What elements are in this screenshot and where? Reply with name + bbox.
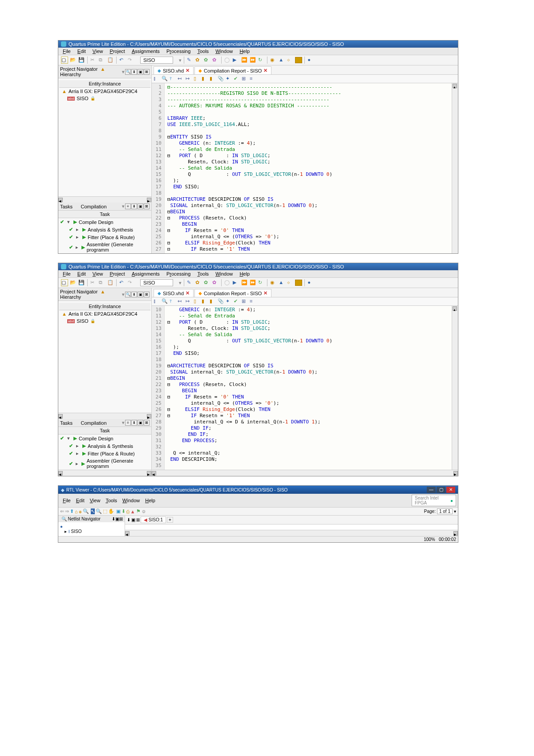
bm-icon[interactable]: ▯ [194, 298, 201, 305]
gear3-icon[interactable]: ✿ [212, 57, 219, 64]
editor-vscroll[interactable]: ▴ [452, 83, 458, 253]
save-icon[interactable]: 💾 [78, 57, 85, 64]
task-fitter[interactable]: ✔▸▶Fitter (Place & Route) [58, 450, 151, 457]
opts-icon[interactable]: ⛭ [142, 509, 146, 514]
menu-help[interactable]: Help [237, 48, 252, 55]
indent-l-icon[interactable]: ↤ [178, 298, 185, 305]
gear3-icon[interactable]: ✿ [212, 279, 219, 286]
chip-icon[interactable]: ▲ [278, 57, 285, 64]
export-icon[interactable]: ⬇ [121, 508, 125, 514]
tasks-max-icon[interactable]: ▣ [138, 420, 143, 426]
fwd-icon[interactable]: ⇒ [65, 508, 69, 514]
help-icon[interactable]: ● [307, 57, 314, 64]
netlist-navigator[interactable]: 🔍 Netlist Navigator ⬇ ▣ ⊠ ● ▸ ⫴ SISO [58, 516, 125, 536]
tasks-close-icon[interactable]: ⊠ [144, 203, 150, 209]
tab-file[interactable]: ◆SISO.vhd✕ [154, 289, 194, 297]
menu-processing[interactable]: Processing [164, 48, 193, 55]
stop-icon[interactable]: ◯ [224, 279, 231, 286]
play3-icon[interactable]: ⏩ [249, 279, 256, 286]
hierarchy-tree[interactable]: Entity:Instance ▲ Arria II GX: EP2AGX45D… [58, 78, 151, 196]
wand-icon[interactable]: ✎ [186, 57, 194, 64]
find-icon[interactable]: 🔍 [125, 292, 131, 297]
task-analysis[interactable]: ✔▸▶Analysis & Synthesis [58, 442, 151, 450]
find-icon[interactable]: 🔍 [162, 76, 169, 82]
bm2-icon[interactable]: ▮ [202, 76, 209, 82]
paste-icon[interactable]: 📋 [107, 279, 114, 286]
gear2-icon[interactable]: ✿ [203, 57, 210, 64]
title-bar[interactable]: Quartus Prime Lite Edition - C:/Users/MA… [58, 41, 458, 48]
board-icon[interactable] [295, 280, 302, 286]
menu-assignments[interactable]: Assignments [129, 270, 162, 277]
cut-icon[interactable]: ✂ [90, 57, 97, 64]
mark-icon[interactable]: ✦ [226, 298, 233, 305]
nav-close-icon[interactable]: ⊠ [119, 516, 123, 521]
tasks-close-icon[interactable]: ⊠ [144, 420, 150, 426]
tasks-tree[interactable]: Task ✔▾▶Compile Design ✔▸▶Analysis & Syn… [58, 211, 151, 253]
search-box[interactable]: Search Intel FPGA● [412, 495, 456, 506]
toggle-icon[interactable]: ⫯ [170, 76, 177, 82]
open-icon[interactable]: 📂 [69, 57, 77, 64]
copy-icon[interactable]: ⧉ [98, 57, 105, 64]
code-editor[interactable]: 10 11 12 13 14 15 16 17 18 19 20 21 22 2… [152, 306, 458, 470]
code-editor[interactable]: 1 2 3 4 5 6 7 8 9 10 11 12 13 14 15 16 1… [152, 83, 458, 253]
menu-project[interactable]: Project [107, 48, 128, 55]
project-selector[interactable]: SISO [140, 279, 173, 286]
hierarchy-tree[interactable]: Entity:Instance ▲ Arria II GX: EP2AGX45D… [58, 301, 151, 413]
code-text[interactable]: ⊟---------------------------------------… [165, 83, 452, 253]
cut-icon[interactable]: ✂ [90, 279, 97, 286]
task-fitter[interactable]: ✔▸▶Fitter (Place & Route) [58, 233, 151, 241]
help-icon[interactable]: ● [307, 279, 314, 286]
tab-close-icon[interactable]: ✕ [263, 290, 267, 296]
redo-icon[interactable]: ↷ [127, 279, 134, 286]
rtab-close-icon[interactable]: ⊠ [136, 517, 140, 522]
play3-icon[interactable]: ⏩ [249, 57, 256, 64]
indent-r-icon[interactable]: ↦ [186, 298, 193, 305]
menu-edit[interactable]: Edit [75, 48, 89, 55]
indent-r-icon[interactable]: ↦ [186, 76, 193, 82]
play2-icon[interactable]: ⏩ [241, 279, 248, 286]
code-text[interactable]: GENERIC (n: INTEGER := 4); -- Señal de E… [165, 306, 452, 470]
refresh-icon[interactable]: ↻ [258, 57, 265, 64]
menu-help[interactable]: Help [142, 497, 158, 504]
close-icon[interactable]: ⊠ [144, 292, 150, 297]
nav-pin-icon[interactable]: ⬇ [112, 516, 115, 521]
task-compile[interactable]: ✔▾▶Compile Design [58, 218, 151, 226]
menu-file[interactable]: File [60, 270, 73, 277]
copy-icon[interactable]: ⧉ [98, 279, 105, 286]
tasks-hscroll[interactable]: ◂▸ [58, 470, 151, 476]
search-go-icon[interactable]: ● [450, 498, 453, 503]
menu-project[interactable]: Project [107, 270, 128, 277]
paste-icon[interactable]: 📋 [107, 57, 114, 64]
bm-icon[interactable]: ▯ [194, 76, 201, 82]
undo-icon[interactable]: ↶ [119, 57, 126, 64]
home-icon[interactable]: ⌂ [75, 509, 78, 514]
find-icon[interactable]: 🔍 [162, 298, 169, 305]
indent-l-icon[interactable]: ↤ [178, 76, 185, 82]
prog-icon[interactable]: ⟐ [287, 279, 294, 286]
bm2-icon[interactable]: ▮ [202, 298, 209, 305]
tab-file[interactable]: ◆SISO.vhd✕ [154, 66, 194, 74]
menu-window[interactable]: Window [213, 48, 235, 55]
menu-assignments[interactable]: Assignments [129, 48, 162, 55]
tasks-menu-icon[interactable]: ≡ [125, 203, 131, 209]
et-icon[interactable]: ⫿ [154, 76, 161, 82]
menu-window[interactable]: Window [120, 497, 142, 504]
close-button[interactable]: ✕ [446, 487, 455, 493]
tasks-max-icon[interactable]: ▣ [138, 203, 143, 209]
project-selector[interactable]: SISO [140, 57, 173, 64]
tab-close-icon[interactable]: ✕ [186, 68, 190, 73]
entity-row[interactable]: abd SISO 🔒 [59, 95, 150, 102]
tasks-pin-icon[interactable]: ⬇ [131, 420, 137, 426]
list-icon[interactable]: ≡ [250, 298, 257, 305]
bm3-icon[interactable]: ▮ [210, 76, 217, 82]
tab-report[interactable]: ◆Compilation Report - SISO✕ [194, 289, 271, 297]
layers-icon[interactable]: ▲ [130, 509, 135, 514]
rtl-title-bar[interactable]: ◆ RTL Viewer - C:/Users/MAYUMI/Documents… [58, 486, 458, 494]
filter-icon[interactable]: ⚑ [136, 508, 141, 514]
tree-item-siso[interactable]: ▸ ⫴ SISO [60, 529, 123, 534]
wand-icon[interactable]: ✎ [186, 279, 194, 286]
menu-tools[interactable]: Tools [103, 497, 120, 504]
undo-icon[interactable]: ↶ [119, 279, 126, 286]
mark-icon[interactable]: ✦ [226, 76, 233, 82]
menu-view[interactable]: View [87, 497, 103, 504]
